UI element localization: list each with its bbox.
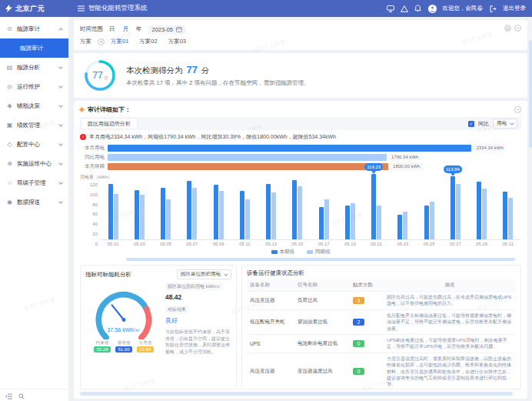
device-health-panel: 设备运行健康状态分析 设备名称 信号名称 触发次数 描述 高压变压器负荷过高3园… [241, 265, 521, 389]
score-title: 本次检测得分为 77 分 [126, 64, 309, 76]
alert-text: 本月用电2334.34 kWh，同期值1790.34 kWh，同比增加30.39… [89, 133, 336, 141]
bar-group [258, 184, 284, 239]
alert-triangle-icon[interactable] [401, 5, 408, 12]
device-health-title: 设备运行健康状态分析 [247, 269, 304, 277]
benchmark-result-label: 对标结果 [165, 306, 188, 314]
bell-icon[interactable] [414, 5, 422, 12]
legend-item[interactable]: 本期值 [271, 249, 295, 256]
x-axis-tick: 05.09 [205, 242, 231, 246]
avatar[interactable] [428, 5, 437, 13]
benchmark-stat: 约束值33.28 [94, 340, 111, 353]
chevron-down-icon [58, 161, 63, 165]
bar-group [126, 190, 152, 239]
settings-icon[interactable]: ⊙ [504, 25, 511, 32]
benchmark-metric-value: 48.42 [165, 293, 231, 301]
svg-text:37.56 kWh/㎡: 37.56 kWh/㎡ [107, 326, 141, 333]
metric-select[interactable]: 用电 [493, 119, 517, 129]
plan-label: 方案 [80, 38, 91, 45]
compare-bar-row: 本月用电2334.34 kWh [80, 143, 521, 152]
compare-bar-value: 2334.34 kWh [474, 145, 505, 151]
plan-tab-01[interactable]: 方案01 [111, 38, 128, 45]
benchmark-stat: 基准值51.00 [115, 340, 132, 353]
x-axis-tick: 05.19 [337, 242, 363, 246]
sidebar-item-performance[interactable]: ▣ 绩效管理 [0, 115, 68, 135]
sidebar-item-dual-carbon[interactable]: ○ 双碳子管理 [0, 173, 68, 192]
collapse-section-icon[interactable]: − [514, 106, 521, 113]
benchmark-result-description: 当前指标值低于约束值，高于基准值，仍有提升空间，建议健全智能化管控措施，及时调整… [165, 329, 231, 356]
trend-bar [424, 206, 429, 239]
sidebar-item-data-report[interactable]: ◉ 数据报送 [0, 192, 68, 212]
collapse-panel-icon[interactable]: − [514, 25, 521, 32]
trend-bar [397, 215, 402, 239]
sidebar-item-energy-analysis[interactable]: ▤ 能源分析 [0, 58, 68, 77]
search-icon[interactable] [18, 389, 25, 401]
trend-bar [266, 184, 271, 239]
tab-energy-trend[interactable]: 园区用能趋势分析 [81, 119, 137, 129]
bar-group [231, 191, 258, 239]
bar-group [469, 182, 495, 239]
chevron-down-icon [58, 84, 63, 89]
plan-tab-03[interactable]: 方案03 [168, 38, 186, 45]
svg-text:77: 77 [92, 70, 103, 81]
sidebar-item-energy-audit[interactable]: ⊙ 能源审计 [0, 19, 68, 38]
trend-bar [503, 192, 507, 239]
logout-icon[interactable] [489, 5, 497, 12]
table-row: 低压配电开关柜柴油油量过低2低压配电开关柜柴油油量过低，可能导致需要柴油发电时，… [247, 309, 516, 334]
x-axis-tick: 05.27 [442, 242, 468, 246]
sidebar-subitem-energy-audit[interactable]: 能源审计 [0, 38, 68, 58]
col-device: 设备名称 [247, 279, 294, 292]
benchmark-stat: 引导值22.93 [137, 340, 154, 353]
sidebar-item-ops-center[interactable]: ⊕ 实施运维中心 [0, 154, 68, 173]
y-axis-ticks: 120100806040200 [80, 182, 100, 246]
yoy-checkbox[interactable]: ✓ [468, 121, 474, 127]
x-axis-tick: 05.29 [469, 242, 495, 246]
plan-tab-02[interactable]: 方案02 [139, 38, 157, 45]
trigger-count-badge: 0 [353, 368, 364, 375]
trend-bar [477, 182, 481, 239]
time-range-label: 时间范围 [80, 25, 103, 33]
benchmark-panel: 指标对标能耗分析 园区单位面积用电 37.56 kWh/㎡ [80, 265, 237, 389]
sidebar-item-config-center[interactable]: ◇ 配置中心 [0, 135, 68, 154]
trend-bar [108, 184, 113, 239]
bar-group [390, 212, 416, 239]
bar-group [100, 184, 126, 239]
date-picker[interactable]: 2023-05 [148, 25, 187, 34]
col-count: 触发次数 [350, 279, 384, 292]
x-axis-labels: 05.0105.0305.0505.0705.0905.1105.1305.15… [100, 242, 521, 246]
benchmark-gauge: 37.56 kWh/㎡ [87, 282, 161, 339]
trend-bar [161, 188, 165, 239]
sidebar-item-decision-support[interactable]: ◈ 辅助决策 [0, 96, 68, 115]
decision-icon: ◈ [6, 102, 13, 109]
trend-bar: 113.84 [451, 176, 455, 239]
hamburger-menu-icon[interactable] [77, 5, 85, 12]
sidebar-item-operation-maintenance[interactable]: ◎ 运行维护 [0, 77, 68, 96]
collapse-sidebar-icon[interactable] [5, 389, 12, 401]
yoy-checkbox-label[interactable]: 同比 [478, 120, 489, 128]
trend-bar: 119.23 [371, 174, 376, 239]
add-plan-icon[interactable]: + [98, 38, 105, 45]
benchmark-metric-select[interactable]: 园区单位面积用电 [177, 269, 231, 279]
logout-button[interactable]: 退出登录 [503, 5, 526, 12]
audit-section-title: 审计详细如下： [88, 105, 510, 114]
x-axis-tick: 05.23 [390, 242, 416, 246]
ops-center-icon: ⊕ [6, 160, 13, 167]
data-zoom-slider[interactable] [126, 258, 515, 261]
legend-item[interactable]: 同期值 [307, 249, 331, 256]
sidebar: ⊙ 能源审计 能源审计 ▤ 能源分析 ◎ 运行维护 ◈ 辅助决策 ▣ 绩效管理 [0, 17, 69, 401]
trend-bar [240, 191, 244, 239]
period-year[interactable]: 年 [136, 25, 142, 33]
monitor-icon[interactable] [387, 5, 394, 12]
trend-bar [245, 199, 250, 239]
trigger-count-badge: 0 [353, 340, 364, 347]
vertical-scrollbar-thumb[interactable] [529, 40, 532, 148]
trend-bar [351, 203, 355, 239]
main-content: 时间范围 日 月 年 2023-05 方案 + 方案01 方案02 方案03 ⊙… [69, 17, 532, 401]
trend-bar [192, 188, 197, 239]
period-month[interactable]: 月 [123, 25, 129, 33]
score-description: 本次检查共 17 项，其中 2 项有问题，存在节能空间，需加强能源管理。 [126, 79, 309, 87]
trend-bar [508, 198, 513, 239]
trend-bar [219, 191, 224, 239]
x-axis-tick: 05.17 [311, 242, 337, 246]
horizontal-scrollbar[interactable] [80, 392, 513, 396]
period-day[interactable]: 日 [109, 25, 115, 33]
